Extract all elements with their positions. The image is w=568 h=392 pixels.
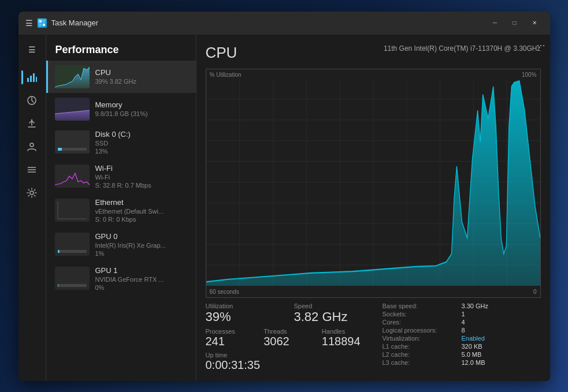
processes-label: Processes: [206, 328, 257, 335]
svg-marker-15: [55, 67, 90, 88]
svg-rect-5: [30, 76, 32, 82]
sidebar-performance[interactable]: [21, 67, 42, 88]
device-item-disk[interactable]: Disk 0 (C:) SSD 13%: [46, 125, 196, 159]
svg-rect-4: [27, 78, 29, 82]
memory-name: Memory: [95, 100, 189, 109]
gpu1-thumbnail: [55, 267, 90, 290]
speed-label: Speed: [294, 303, 373, 309]
sidebar-details[interactable]: [21, 159, 42, 180]
ethernet-name: Ethernet: [95, 198, 189, 207]
cpu-sub: 39% 3.82 GHz: [95, 78, 189, 85]
gpu1-sub1: NVIDIA GeForce RTX ...: [95, 276, 189, 283]
l2-value: 5.0 MB: [462, 351, 541, 358]
minimize-button[interactable]: ─: [487, 17, 504, 29]
virtualization-label: Virtualization:: [383, 335, 462, 342]
uptime-value: 0:00:31:35: [206, 359, 373, 372]
chart-x-right: 0: [533, 289, 537, 295]
maximize-button[interactable]: □: [506, 17, 524, 29]
device-item-ethernet[interactable]: Ethernet vEthernet (Default Swi... S: 0 …: [46, 193, 196, 227]
uptime-stat: Up time 0:00:31:35: [206, 352, 373, 372]
disk-name: Disk 0 (C:): [95, 130, 189, 139]
stats-grid: Utilization 39% Speed 3.82 GHz Processes…: [206, 303, 541, 372]
svg-rect-24: [58, 284, 58, 287]
hamburger-icon[interactable]: ☰: [25, 18, 33, 28]
gpu0-sub2: 1%: [95, 250, 189, 257]
sidebar-app-history[interactable]: [21, 90, 42, 111]
task-manager-window: ☰ Task Manager ─ □ ✕ ☰: [18, 12, 550, 381]
threads-value: 3062: [263, 335, 315, 348]
handles-label: Handles: [322, 328, 373, 335]
l1-label: L1 cache:: [383, 343, 462, 350]
chart-y-max: 100%: [522, 72, 537, 78]
disk-sub1: SSD: [95, 140, 189, 147]
gpu0-sub1: Intel(R) Iris(R) Xe Grap...: [95, 242, 189, 249]
panel-title: Performance: [55, 44, 187, 56]
l3-label: L3 cache:: [383, 359, 462, 366]
ethernet-sub2: S: 0 R: 0 Kbps: [95, 216, 189, 223]
sidebar-startup[interactable]: [21, 113, 42, 134]
sidebar-hamburger[interactable]: ☰: [21, 39, 42, 60]
threads-label: Threads: [263, 328, 315, 335]
gpu1-info: GPU 1 NVIDIA GeForce RTX ... 0%: [95, 266, 189, 291]
svg-rect-1: [43, 20, 45, 23]
svg-point-10: [30, 143, 34, 147]
l1-value: 320 KB: [462, 343, 541, 350]
right-header: CPU 11th Gen Intel(R) Core(TM) i7-11370H…: [206, 44, 541, 62]
close-button[interactable]: ✕: [526, 17, 543, 29]
memory-info: Memory 9.8/31.8 GB (31%): [95, 100, 189, 117]
device-item-gpu1[interactable]: GPU 1 NVIDIA GeForce RTX ... 0%: [46, 262, 196, 296]
logical-value: 8: [462, 327, 541, 334]
wifi-name: Wi-Fi: [95, 164, 189, 173]
uptime-label: Up time: [206, 352, 373, 359]
device-item-cpu[interactable]: CPU 39% 3.82 GHz: [46, 61, 196, 93]
chart-y-label: % Utilization: [210, 72, 242, 78]
threads-stat: Threads 3062: [263, 328, 315, 348]
l3-value: 12.0 MB: [462, 359, 541, 366]
cores-value: 4: [462, 319, 541, 326]
title-bar: ☰ Task Manager ─ □ ✕: [18, 12, 550, 35]
device-item-memory[interactable]: Memory 9.8/31.8 GB (31%): [46, 93, 196, 125]
svg-rect-21: [58, 250, 87, 253]
l2-label: L2 cache:: [383, 351, 462, 358]
gpu1-name: GPU 1: [95, 266, 189, 275]
processes-stat: Processes 241: [206, 328, 257, 348]
gpu0-name: GPU 0: [95, 232, 189, 241]
speed-value: 3.82 GHz: [294, 309, 373, 324]
utilization-label: Utilization: [206, 303, 285, 309]
svg-point-14: [30, 191, 34, 195]
panel-header: Performance: [46, 35, 196, 61]
cpu-chart: % Utilization 100%: [206, 69, 541, 298]
gpu0-info: GPU 0 Intel(R) Iris(R) Xe Grap... 1%: [95, 232, 189, 257]
ethernet-sub1: vEthernet (Default Swi...: [95, 208, 189, 215]
base-speed-value: 3.30 GHz: [462, 303, 541, 309]
svg-rect-3: [43, 24, 45, 26]
cpu-name: CPU: [95, 68, 189, 77]
cpu-thumbnail: [55, 65, 90, 88]
more-options-button[interactable]: ···: [536, 39, 545, 51]
title-bar-left: ☰ Task Manager: [25, 18, 487, 28]
left-panel: Performance: [46, 35, 196, 381]
ethernet-info: Ethernet vEthernet (Default Swi... S: 0 …: [95, 198, 189, 223]
app-icon: [38, 18, 47, 28]
svg-rect-0: [39, 20, 42, 23]
svg-rect-6: [33, 73, 35, 82]
ethernet-thumbnail: [55, 199, 90, 222]
disk-info: Disk 0 (C:) SSD 13%: [95, 130, 189, 155]
cores-label: Cores:: [383, 319, 462, 326]
base-speed-label: Base speed:: [383, 303, 462, 309]
sidebar-users[interactable]: [21, 136, 42, 157]
gpu0-thumbnail: [55, 233, 90, 256]
gpu1-sub2: 0%: [95, 284, 189, 291]
handles-stat: Handles 118894: [322, 328, 373, 348]
device-item-wifi[interactable]: Wi-Fi Wi-Fi S: 32.8 R: 0.7 Mbps: [46, 159, 196, 193]
sidebar-services[interactable]: [21, 182, 42, 203]
speed-stat: Speed 3.82 GHz: [294, 303, 373, 324]
device-list: CPU 39% 3.82 GHz: [46, 61, 196, 381]
processes-value: 241: [206, 335, 257, 348]
cpu-subtitle: 11th Gen Intel(R) Core(TM) i7-11370H @ 3…: [384, 44, 541, 54]
memory-sub: 9.8/31.8 GB (31%): [95, 110, 189, 117]
main-content: ☰: [18, 35, 550, 381]
stats-right: Base speed: 3.30 GHz Sockets: 1 Cores: 4…: [373, 303, 541, 372]
device-item-gpu0[interactable]: GPU 0 Intel(R) Iris(R) Xe Grap... 1%: [46, 227, 196, 262]
logical-label: Logical processors:: [383, 327, 462, 334]
